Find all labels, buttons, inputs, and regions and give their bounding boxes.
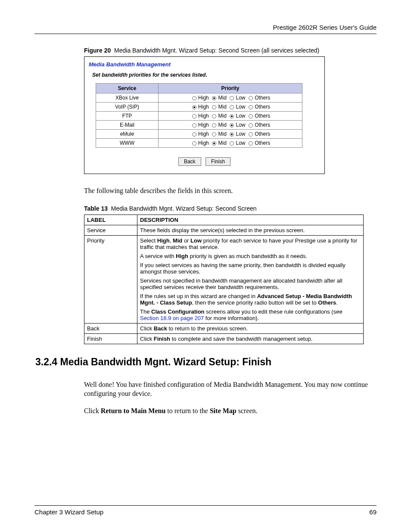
radio-label: High <box>197 131 210 137</box>
radio-label: High <box>197 140 210 146</box>
radio-others[interactable] <box>249 96 253 100</box>
radio-label: Mid <box>217 95 228 101</box>
wizard-priority-cell: High Mid Low Others <box>159 130 302 139</box>
radio-low[interactable] <box>230 123 234 128</box>
radio-label: Low <box>234 104 247 110</box>
radio-label: High <box>197 104 210 110</box>
wizard-row: XBox Live High Mid Low Others <box>96 93 302 103</box>
footer-chapter: Chapter 3 Wizard Setup <box>34 508 103 516</box>
radio-label: Others <box>253 95 270 101</box>
wizard-col-service: Service <box>96 84 159 93</box>
radio-mid[interactable] <box>212 132 216 137</box>
desc-head-label: LABEL <box>84 215 137 225</box>
wizard-row: eMule High Mid Low Others <box>96 130 302 139</box>
row-label: Finish <box>84 333 137 344</box>
radio-label: Mid <box>217 131 228 137</box>
running-header: Prestige 2602R Series User's Guide <box>34 24 377 34</box>
table-label: Table 13 <box>84 205 108 212</box>
radio-label: High <box>197 122 210 128</box>
radio-label: Low <box>234 95 247 101</box>
radio-high[interactable] <box>192 114 196 118</box>
radio-low[interactable] <box>230 96 234 100</box>
radio-label: Low <box>234 113 247 119</box>
radio-others[interactable] <box>249 114 253 118</box>
radio-label: Others <box>253 140 270 146</box>
description-table: LABEL DESCRIPTION Service These fields d… <box>84 215 364 344</box>
cross-ref-link[interactable]: Section 18.9 on page 207 <box>140 315 204 321</box>
wizard-priority-cell: High Mid Low Others <box>159 103 302 112</box>
radio-others[interactable] <box>249 105 253 109</box>
radio-label: Mid <box>217 113 228 119</box>
wizard-row: E-Mail High Mid Low Others <box>96 121 302 130</box>
desc-head-desc: DESCRIPTION <box>137 215 364 225</box>
row-label: Service <box>84 225 137 235</box>
radio-high[interactable] <box>192 105 196 109</box>
radio-label: High <box>197 113 210 119</box>
wizard-priority-cell: High Mid Low Others <box>159 121 302 130</box>
wizard-priority-cell: High Mid Low Others <box>159 93 302 103</box>
wizard-priority-cell: High Mid Low Others <box>159 112 302 121</box>
radio-high[interactable] <box>192 123 196 128</box>
radio-mid[interactable] <box>212 96 216 100</box>
back-button[interactable]: Back <box>178 157 201 166</box>
wizard-table: Service Priority XBox Live High Mid Low … <box>96 83 302 148</box>
radio-mid[interactable] <box>212 141 216 146</box>
footer-page-number: 69 <box>369 508 377 516</box>
wizard-row: VoIP (SIP) High Mid Low Others <box>96 103 302 112</box>
section-paragraph-2: Click Return to Main Menu to return to t… <box>84 406 377 416</box>
radio-label: Others <box>253 104 270 110</box>
wizard-service-cell: XBox Live <box>96 93 159 103</box>
wizard-col-priority: Priority <box>159 84 302 93</box>
row-desc: Click Finish to complete and save the ba… <box>137 333 364 344</box>
figure-caption: Figure 20 Media Bandwidth Mgnt. Wizard S… <box>84 47 377 54</box>
page-footer: Chapter 3 Wizard Setup 69 <box>34 505 377 516</box>
wizard-note: Set bandwidth priorities for the service… <box>92 72 320 78</box>
radio-mid[interactable] <box>212 105 216 109</box>
section-heading: 3.2.4 Media Bandwidth Mgnt. Wizard Setup… <box>35 356 377 368</box>
radio-label: Mid <box>217 122 228 128</box>
wizard-title: Media Bandwidth Management <box>89 61 320 68</box>
radio-low[interactable] <box>230 141 234 146</box>
wizard-priority-cell: High Mid Low Others <box>159 139 302 148</box>
wizard-buttons: Back Finish <box>89 157 320 166</box>
wizard-screenshot: Media Bandwidth Management Set bandwidth… <box>84 56 325 174</box>
wizard-service-cell: WWW <box>96 139 159 148</box>
row-desc: These fields display the service(s) sele… <box>137 225 364 235</box>
radio-label: Others <box>253 131 270 137</box>
table-row: Service These fields display the service… <box>84 225 364 235</box>
intro-paragraph: The following table describes the fields… <box>84 186 377 196</box>
radio-high[interactable] <box>192 141 196 146</box>
table-caption-text: Media Bandwidth Mgnt. Wizard Setup: Seco… <box>111 205 257 212</box>
table-caption: Table 13 Media Bandwidth Mgnt. Wizard Se… <box>84 205 377 212</box>
radio-others[interactable] <box>249 123 253 128</box>
row-desc: Click Back to return to the previous scr… <box>137 323 364 333</box>
radio-label: Mid <box>217 140 228 146</box>
table-row: Priority Select High, Mid or Low priorit… <box>84 235 364 323</box>
section-paragraph-1: Well done! You have finished configurati… <box>84 380 377 398</box>
radio-others[interactable] <box>249 141 253 146</box>
row-label: Back <box>84 323 137 333</box>
radio-low[interactable] <box>230 105 234 109</box>
table-row: Back Click Back to return to the previou… <box>84 323 364 333</box>
radio-high[interactable] <box>192 96 196 100</box>
radio-label: Others <box>253 113 270 119</box>
figure-caption-text: Media Bandwidth Mgnt. Wizard Setup: Seco… <box>114 47 319 54</box>
radio-others[interactable] <box>249 132 253 137</box>
row-desc: Select High, Mid or Low priority for eac… <box>137 235 364 323</box>
radio-label: High <box>197 95 210 101</box>
wizard-service-cell: VoIP (SIP) <box>96 103 159 112</box>
radio-mid[interactable] <box>212 123 216 128</box>
table-row: Finish Click Finish to complete and save… <box>84 333 364 344</box>
finish-button[interactable]: Finish <box>206 157 230 166</box>
radio-label: Low <box>234 140 247 146</box>
wizard-service-cell: FTP <box>96 112 159 121</box>
radio-label: Mid <box>217 104 228 110</box>
radio-mid[interactable] <box>212 114 216 118</box>
row-label: Priority <box>84 235 137 323</box>
figure-label: Figure 20 <box>84 47 111 54</box>
radio-low[interactable] <box>230 132 234 137</box>
radio-low[interactable] <box>230 114 234 118</box>
radio-high[interactable] <box>192 132 196 137</box>
radio-label: Others <box>253 122 270 128</box>
radio-label: Low <box>234 122 247 128</box>
